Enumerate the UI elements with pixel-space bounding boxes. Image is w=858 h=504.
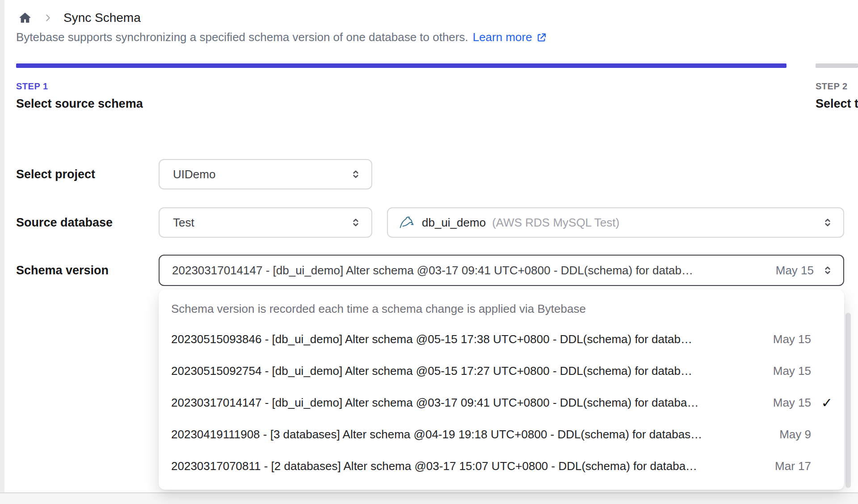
schema-version-option[interactable]: 20230317070811 - [2 databases] Alter sch… (159, 450, 844, 482)
option-text: 20230515092754 - [db_ui_demo] Alter sche… (171, 364, 764, 378)
learn-more-link[interactable]: Learn more (473, 30, 547, 44)
option-date: May 15 (773, 396, 811, 410)
step1-label: STEP 1 (16, 81, 143, 92)
schema-version-option[interactable]: 20230515093846 - [db_ui_demo] Alter sche… (159, 323, 844, 355)
chevron-up-down-icon (350, 217, 362, 228)
step2-label: STEP 2 (816, 81, 858, 92)
schema-version-option[interactable]: 20230419111908 - [3 databases] Alter sch… (159, 419, 844, 450)
environment-select[interactable]: Test (159, 207, 372, 238)
option-date: May 9 (779, 428, 811, 441)
check-icon: ✓ (811, 396, 833, 410)
step2-title: Select t (816, 97, 858, 111)
step2-progress-bar (816, 63, 858, 68)
chevron-up-down-icon (350, 168, 362, 180)
schema-version-dropdown: Schema version is recorded each time a s… (159, 290, 844, 490)
page-scrollbar-thumb[interactable] (845, 313, 851, 488)
schema-version-label: Schema version (16, 255, 109, 286)
option-date: May 15 (773, 364, 811, 378)
schema-version-select[interactable]: 20230317014147 - [db_ui_demo] Alter sche… (159, 255, 844, 286)
schema-version-select-value: 20230317014147 - [db_ui_demo] Alter sche… (172, 264, 768, 277)
intro-sentence: Bytebase supports synchronizing a specif… (16, 30, 468, 44)
mysql-icon (399, 214, 415, 231)
breadcrumb: Sync Schema (18, 8, 141, 28)
source-database-label: Source database (16, 207, 113, 238)
sync-schema-page: Sync Schema Bytebase supports synchroniz… (0, 0, 858, 504)
schema-version-option[interactable]: 20230515092754 - [db_ui_demo] Alter sche… (159, 355, 844, 387)
page-title: Sync Schema (63, 11, 141, 25)
chevron-right-icon (43, 13, 53, 23)
option-date: May 15 (773, 332, 811, 346)
step2-header: STEP 2 Select t (816, 81, 858, 111)
step1-title: Select source schema (16, 97, 143, 111)
step1-header: STEP 1 Select source schema (16, 81, 143, 111)
option-text: 20230419111908 - [3 databases] Alter sch… (171, 428, 770, 441)
environment-select-value: Test (173, 216, 194, 230)
intro-text: Bytebase supports synchronizing a specif… (16, 30, 547, 44)
home-icon[interactable] (18, 11, 32, 25)
step1-progress-bar (16, 63, 786, 68)
select-project-label: Select project (16, 159, 95, 189)
database-detail: (AWS RDS MySQL Test) (492, 216, 822, 230)
learn-more-label: Learn more (473, 30, 532, 44)
chevron-up-down-icon (822, 265, 833, 276)
left-edge-divider (0, 0, 4, 504)
schema-version-option-selected[interactable]: 20230317014147 - [db_ui_demo] Alter sche… (159, 387, 844, 419)
project-select-value: UIDemo (173, 168, 215, 181)
database-name: db_ui_demo (422, 216, 486, 230)
external-link-icon (536, 32, 547, 43)
content-bottom-divider (0, 492, 858, 504)
option-text: 20230317070811 - [2 databases] Alter sch… (171, 459, 766, 473)
database-select[interactable]: db_ui_demo (AWS RDS MySQL Test) (387, 207, 844, 238)
option-date: Mar 17 (775, 459, 811, 473)
chevron-up-down-icon (822, 217, 833, 228)
project-select[interactable]: UIDemo (159, 159, 372, 189)
dropdown-hint-text: Schema version is recorded each time a s… (159, 294, 844, 323)
schema-version-select-date: May 15 (776, 264, 814, 277)
option-text: 20230317014147 - [db_ui_demo] Alter sche… (171, 396, 764, 410)
option-text: 20230515093846 - [db_ui_demo] Alter sche… (171, 332, 764, 346)
